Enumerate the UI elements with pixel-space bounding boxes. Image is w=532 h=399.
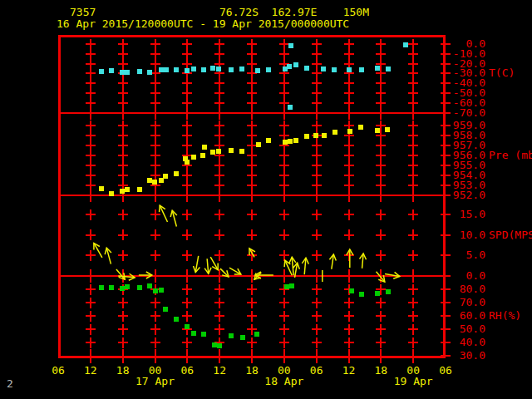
- grid-plus-mark: [408, 39, 418, 50]
- grid-plus-mark: [312, 337, 322, 348]
- grid-plus-mark: [118, 324, 128, 335]
- grid-plus-mark: [118, 337, 128, 348]
- grid-plus-mark: [408, 150, 418, 161]
- wind-arrow: [103, 247, 114, 264]
- temperature-data-point: [375, 66, 380, 71]
- grid-plus-mark: [247, 284, 257, 295]
- grid-plus-mark: [182, 229, 192, 240]
- grid-plus-mark: [247, 337, 257, 348]
- grid-plus-mark: [86, 250, 96, 261]
- pressure-data-point: [109, 191, 114, 196]
- x-axis-hour-label: 18: [375, 365, 388, 377]
- grid-plus-mark: [408, 88, 418, 99]
- pressure-data-point: [137, 187, 142, 192]
- relative-humidity-data-point: [159, 288, 164, 293]
- temperature-data-point: [191, 66, 196, 71]
- grid-plus-mark: [408, 68, 418, 79]
- grid-plus-mark: [86, 68, 96, 79]
- page-number: 2: [7, 378, 13, 390]
- grid-plus-mark: [312, 121, 322, 131]
- y-axis-tick-label: 952.0: [447, 190, 485, 201]
- temperature-data-point: [304, 66, 309, 71]
- relative-humidity-data-point: [386, 289, 391, 294]
- temperature-data-point: [347, 67, 352, 72]
- relative-humidity-data-point: [229, 333, 234, 338]
- grid-plus-mark: [86, 284, 96, 295]
- grid-plus-mark: [408, 131, 418, 141]
- relative-humidity-data-point: [185, 324, 190, 329]
- y-axis-tick-label: 10.0: [447, 229, 485, 241]
- grid-plus-mark: [344, 39, 354, 50]
- grid-plus-mark: [214, 39, 224, 50]
- grid-plus-mark: [376, 324, 386, 335]
- grid-plus-mark: [408, 170, 418, 181]
- grid-plus-mark: [150, 337, 160, 348]
- pressure-data-point: [304, 134, 309, 139]
- grid-plus-mark: [150, 229, 160, 240]
- y-axis-unit-label: Pre (mb): [489, 150, 532, 161]
- grid-plus-mark: [344, 324, 354, 335]
- relative-humidity-data-point: [99, 285, 104, 290]
- grid-plus-mark: [182, 48, 192, 59]
- wind-arrow: [114, 267, 127, 281]
- pressure-data-point: [120, 189, 125, 194]
- y-axis-tick-label: 5.0: [447, 249, 485, 261]
- grid-plus-mark: [182, 284, 192, 295]
- grid-plus-mark: [150, 298, 160, 308]
- grid-plus-mark: [214, 311, 224, 322]
- grid-plus-mark: [182, 337, 192, 348]
- grid-plus-mark: [312, 58, 322, 69]
- relative-humidity-data-point: [147, 283, 152, 288]
- relative-humidity-data-point: [212, 342, 217, 347]
- grid-plus-mark: [344, 78, 354, 89]
- temperature-data-point: [332, 67, 337, 72]
- grid-plus-mark: [247, 150, 257, 161]
- x-axis-hour-label: 06: [310, 365, 323, 377]
- grid-plus-mark: [86, 311, 96, 322]
- pressure-data-point: [283, 140, 288, 145]
- grid-plus-mark: [86, 160, 96, 171]
- grid-plus-mark: [214, 131, 224, 141]
- pressure-data-point: [152, 180, 157, 185]
- temperature-data-point: [359, 67, 364, 72]
- x-axis-hour-label: 06: [52, 365, 65, 377]
- grid-plus-mark: [344, 170, 354, 181]
- grid-plus-mark: [150, 78, 160, 89]
- grid-plus-mark: [86, 209, 96, 220]
- grid-plus-mark: [118, 298, 128, 308]
- grid-plus-mark: [344, 229, 354, 240]
- grid-plus-mark: [182, 209, 192, 220]
- wind-arrow: [359, 254, 367, 269]
- pressure-data-point: [358, 125, 363, 130]
- wind-arrow: [169, 209, 180, 227]
- pressure-data-point: [99, 186, 104, 191]
- grid-plus-mark: [312, 229, 322, 240]
- grid-plus-mark: [150, 140, 160, 151]
- x-axis-date-label: 19 Apr: [394, 376, 433, 387]
- pressure-data-point: [210, 150, 215, 155]
- grid-plus-mark: [344, 160, 354, 171]
- grid-plus-mark: [86, 88, 96, 99]
- grid-plus-mark: [182, 121, 192, 131]
- grid-plus-mark: [214, 298, 224, 308]
- wind-arrow: [204, 259, 212, 274]
- x-axis-hour-label: 12: [342, 365, 356, 377]
- grid-plus-mark: [150, 209, 160, 220]
- grid-plus-mark: [408, 324, 418, 335]
- temperature-data-point: [386, 66, 391, 71]
- grid-plus-mark: [214, 88, 224, 99]
- grid-plus-mark: [247, 170, 257, 181]
- pressure-data-point: [229, 148, 234, 153]
- grid-plus-mark: [150, 39, 160, 50]
- x-axis-hour-label: 12: [213, 365, 226, 377]
- wind-arrow: [328, 254, 337, 269]
- grid-plus-mark: [408, 250, 418, 261]
- grid-plus-mark: [408, 58, 418, 69]
- grid-plus-mark: [118, 209, 128, 220]
- grid-plus-mark: [86, 131, 96, 141]
- grid-plus-mark: [312, 68, 322, 79]
- pressure-data-point: [200, 153, 205, 158]
- grid-plus-mark: [118, 121, 128, 131]
- grid-plus-mark: [86, 58, 96, 69]
- temperature-data-point: [125, 70, 130, 75]
